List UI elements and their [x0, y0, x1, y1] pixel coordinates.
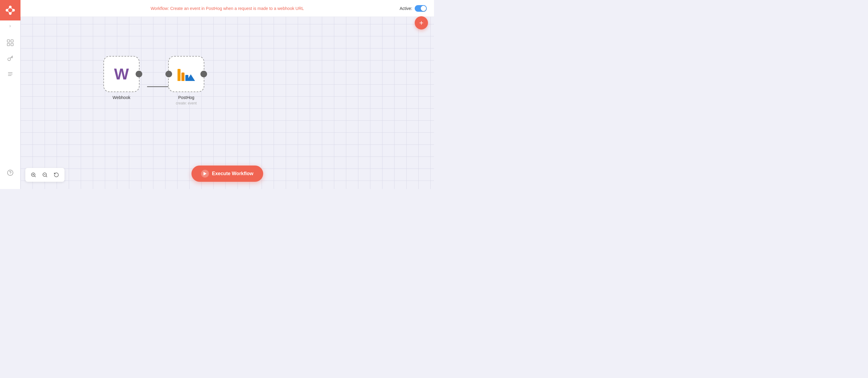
svg-line-4 [7, 7, 10, 10]
reset-zoom-button[interactable] [52, 170, 61, 179]
add-node-button[interactable]: + [415, 16, 428, 30]
sidebar-item-executions[interactable] [4, 67, 17, 81]
app-logo[interactable] [0, 0, 21, 21]
posthog-node[interactable]: PostHog create: event [168, 56, 204, 105]
workflow-label: Workflow: [151, 6, 169, 11]
webhook-letter: W [114, 66, 129, 82]
execute-workflow-label: Execute Workflow [212, 171, 253, 176]
posthog-node-box [168, 56, 204, 92]
workflow-nodes-container: W Webhook PostHog create: ev [21, 17, 434, 189]
sidebar-item-credentials[interactable] [4, 52, 17, 65]
sidebar-item-help[interactable] [4, 166, 17, 179]
toggle-thumb [421, 6, 426, 11]
posthog-logo [178, 67, 195, 81]
svg-line-5 [10, 7, 13, 10]
webhook-node[interactable]: W Webhook [103, 56, 140, 100]
connection-lines [21, 17, 434, 189]
posthog-node-label: PostHog [178, 95, 194, 100]
zoom-controls [25, 168, 64, 182]
workflow-name[interactable]: Create an event in PostHog when a reques… [170, 6, 304, 11]
header: Workflow: Create an event in PostHog whe… [21, 0, 434, 17]
workflow-title: Workflow: Create an event in PostHog whe… [151, 6, 304, 11]
execute-play-icon [201, 170, 209, 178]
active-label: Active: [400, 6, 412, 11]
active-toggle-container: Active: [400, 5, 427, 12]
svg-rect-9 [11, 40, 13, 42]
sidebar-nav [4, 31, 17, 189]
zoom-in-button[interactable] [29, 170, 38, 179]
svg-line-7 [10, 10, 13, 13]
svg-line-20 [34, 176, 35, 177]
sidebar-item-workflows[interactable] [4, 36, 17, 49]
svg-point-15 [7, 170, 13, 175]
posthog-node-sublabel: create: event [176, 101, 196, 105]
expand-sidebar-button[interactable]: › [0, 21, 21, 31]
webhook-node-label: Webhook [113, 95, 130, 100]
zoom-out-button[interactable] [40, 170, 50, 179]
add-icon: + [419, 19, 424, 27]
posthog-input-connector[interactable] [165, 71, 172, 77]
execute-workflow-button[interactable]: Execute Workflow [191, 166, 263, 182]
svg-line-6 [7, 10, 10, 13]
webhook-output-connector[interactable] [135, 71, 142, 77]
sidebar: › [0, 0, 21, 189]
svg-rect-8 [7, 40, 10, 42]
posthog-output-connector[interactable] [200, 71, 207, 77]
webhook-node-box: W [103, 56, 140, 92]
svg-rect-11 [11, 43, 13, 46]
svg-rect-10 [7, 43, 10, 46]
active-toggle[interactable] [415, 5, 427, 12]
svg-line-24 [46, 176, 47, 177]
